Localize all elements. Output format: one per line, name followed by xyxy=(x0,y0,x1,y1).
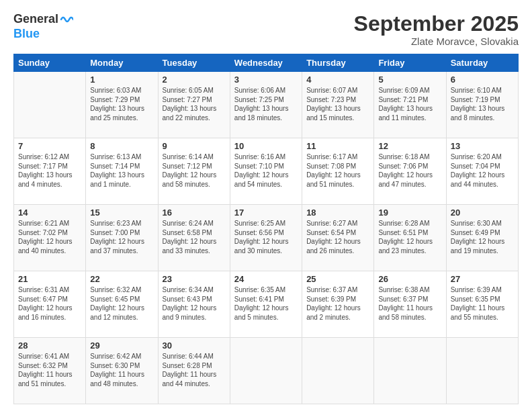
calendar-cell: 7Sunrise: 6:12 AMSunset: 7:17 PMDaylight… xyxy=(14,138,86,205)
day-info: Sunrise: 6:24 AMSunset: 6:58 PMDaylight:… xyxy=(163,219,226,255)
calendar-cell: 22Sunrise: 6:32 AMSunset: 6:45 PMDayligh… xyxy=(86,271,158,338)
calendar-cell: 17Sunrise: 6:25 AMSunset: 6:56 PMDayligh… xyxy=(230,205,302,271)
calendar-cell xyxy=(230,338,302,404)
day-number: 10 xyxy=(234,141,298,151)
day-number: 8 xyxy=(90,141,153,151)
day-number: 15 xyxy=(90,208,153,218)
day-info: Sunrise: 6:23 AMSunset: 7:00 PMDaylight:… xyxy=(90,219,153,255)
day-number: 21 xyxy=(18,274,81,284)
calendar-cell: 14Sunrise: 6:21 AMSunset: 7:02 PMDayligh… xyxy=(14,205,86,271)
calendar-cell: 2Sunrise: 6:05 AMSunset: 7:27 PMDaylight… xyxy=(158,72,230,138)
day-number: 4 xyxy=(306,75,369,85)
calendar-cell: 8Sunrise: 6:13 AMSunset: 7:14 PMDaylight… xyxy=(86,138,158,205)
day-number: 22 xyxy=(90,274,153,284)
day-number: 25 xyxy=(306,274,369,284)
location: Zlate Moravce, Slovakia xyxy=(354,36,519,47)
day-number: 17 xyxy=(234,208,298,218)
day-number: 5 xyxy=(378,75,441,85)
calendar-week-row: 21Sunrise: 6:31 AMSunset: 6:47 PMDayligh… xyxy=(14,271,519,338)
day-info: Sunrise: 6:37 AMSunset: 6:39 PMDaylight:… xyxy=(306,285,369,322)
day-info: Sunrise: 6:13 AMSunset: 7:14 PMDaylight:… xyxy=(90,152,153,189)
calendar-cell: 13Sunrise: 6:20 AMSunset: 7:04 PMDayligh… xyxy=(446,138,518,205)
calendar-cell: 25Sunrise: 6:37 AMSunset: 6:39 PMDayligh… xyxy=(302,271,374,338)
day-info: Sunrise: 6:12 AMSunset: 7:17 PMDaylight:… xyxy=(18,152,81,189)
day-info: Sunrise: 6:39 AMSunset: 6:35 PMDaylight:… xyxy=(451,285,514,322)
day-number: 19 xyxy=(378,208,441,218)
day-info: Sunrise: 6:30 AMSunset: 6:49 PMDaylight:… xyxy=(451,219,514,255)
calendar-cell: 4Sunrise: 6:07 AMSunset: 7:23 PMDaylight… xyxy=(302,72,374,138)
calendar-cell: 1Sunrise: 6:03 AMSunset: 7:29 PMDaylight… xyxy=(86,72,158,138)
day-number: 2 xyxy=(163,75,226,85)
day-info: Sunrise: 6:18 AMSunset: 7:06 PMDaylight:… xyxy=(378,152,441,189)
calendar-cell: 6Sunrise: 6:10 AMSunset: 7:19 PMDaylight… xyxy=(446,72,518,138)
calendar-table: SundayMondayTuesdayWednesdayThursdayFrid… xyxy=(13,54,519,404)
calendar-header-row: SundayMondayTuesdayWednesdayThursdayFrid… xyxy=(14,54,519,72)
day-number: 20 xyxy=(451,208,514,218)
day-info: Sunrise: 6:38 AMSunset: 6:37 PMDaylight:… xyxy=(378,285,441,322)
day-number: 11 xyxy=(306,141,369,151)
day-info: Sunrise: 6:32 AMSunset: 6:45 PMDaylight:… xyxy=(90,285,153,322)
calendar-week-row: 14Sunrise: 6:21 AMSunset: 7:02 PMDayligh… xyxy=(14,205,519,271)
day-number: 28 xyxy=(18,340,81,351)
day-number: 1 xyxy=(90,75,153,85)
day-info: Sunrise: 6:03 AMSunset: 7:29 PMDaylight:… xyxy=(90,86,153,122)
calendar-day-header: Friday xyxy=(374,54,446,72)
header: General Blue September 2025 Zlate Moravc… xyxy=(13,12,519,47)
day-info: Sunrise: 6:41 AMSunset: 6:32 PMDaylight:… xyxy=(18,352,81,388)
day-info: Sunrise: 6:42 AMSunset: 6:30 PMDaylight:… xyxy=(90,352,153,388)
calendar-cell xyxy=(14,72,86,138)
calendar-cell: 27Sunrise: 6:39 AMSunset: 6:35 PMDayligh… xyxy=(446,271,518,338)
day-info: Sunrise: 6:09 AMSunset: 7:21 PMDaylight:… xyxy=(378,86,441,122)
calendar-cell: 30Sunrise: 6:44 AMSunset: 6:28 PMDayligh… xyxy=(158,338,230,404)
calendar-week-row: 1Sunrise: 6:03 AMSunset: 7:29 PMDaylight… xyxy=(14,72,519,138)
calendar-day-header: Monday xyxy=(86,54,158,72)
day-number: 6 xyxy=(451,75,514,85)
calendar-cell: 29Sunrise: 6:42 AMSunset: 6:30 PMDayligh… xyxy=(86,338,158,404)
calendar-cell xyxy=(374,338,446,404)
calendar-cell: 18Sunrise: 6:27 AMSunset: 6:54 PMDayligh… xyxy=(302,205,374,271)
day-info: Sunrise: 6:17 AMSunset: 7:08 PMDaylight:… xyxy=(306,152,369,189)
day-info: Sunrise: 6:31 AMSunset: 6:47 PMDaylight:… xyxy=(18,285,81,322)
day-info: Sunrise: 6:44 AMSunset: 6:28 PMDaylight:… xyxy=(163,352,226,388)
day-info: Sunrise: 6:16 AMSunset: 7:10 PMDaylight:… xyxy=(234,152,298,189)
day-info: Sunrise: 6:05 AMSunset: 7:27 PMDaylight:… xyxy=(163,86,226,122)
calendar-cell: 20Sunrise: 6:30 AMSunset: 6:49 PMDayligh… xyxy=(446,205,518,271)
day-info: Sunrise: 6:21 AMSunset: 7:02 PMDaylight:… xyxy=(18,219,81,255)
day-number: 24 xyxy=(234,274,298,284)
calendar-cell: 9Sunrise: 6:14 AMSunset: 7:12 PMDaylight… xyxy=(158,138,230,205)
calendar-cell: 10Sunrise: 6:16 AMSunset: 7:10 PMDayligh… xyxy=(230,138,302,205)
calendar-cell: 24Sunrise: 6:35 AMSunset: 6:41 PMDayligh… xyxy=(230,271,302,338)
calendar-cell: 12Sunrise: 6:18 AMSunset: 7:06 PMDayligh… xyxy=(374,138,446,205)
calendar-cell: 5Sunrise: 6:09 AMSunset: 7:21 PMDaylight… xyxy=(374,72,446,138)
calendar-day-header: Sunday xyxy=(14,54,86,72)
calendar-cell: 19Sunrise: 6:28 AMSunset: 6:51 PMDayligh… xyxy=(374,205,446,271)
month-title: September 2025 xyxy=(354,12,519,36)
day-number: 27 xyxy=(451,274,514,284)
calendar-week-row: 7Sunrise: 6:12 AMSunset: 7:17 PMDaylight… xyxy=(14,138,519,205)
logo-general: General xyxy=(13,12,58,27)
day-number: 13 xyxy=(451,141,514,151)
day-number: 16 xyxy=(163,208,226,218)
day-number: 14 xyxy=(18,208,81,218)
calendar-cell: 26Sunrise: 6:38 AMSunset: 6:37 PMDayligh… xyxy=(374,271,446,338)
day-info: Sunrise: 6:34 AMSunset: 6:43 PMDaylight:… xyxy=(163,285,226,322)
logo: General Blue xyxy=(13,12,73,41)
calendar-day-header: Saturday xyxy=(446,54,518,72)
day-info: Sunrise: 6:10 AMSunset: 7:19 PMDaylight:… xyxy=(451,86,514,122)
day-info: Sunrise: 6:20 AMSunset: 7:04 PMDaylight:… xyxy=(451,152,514,189)
day-info: Sunrise: 6:35 AMSunset: 6:41 PMDaylight:… xyxy=(234,285,298,322)
day-number: 12 xyxy=(378,141,441,151)
calendar-cell: 28Sunrise: 6:41 AMSunset: 6:32 PMDayligh… xyxy=(14,338,86,404)
day-number: 30 xyxy=(163,340,226,351)
calendar-cell: 11Sunrise: 6:17 AMSunset: 7:08 PMDayligh… xyxy=(302,138,374,205)
day-number: 3 xyxy=(234,75,298,85)
calendar-cell: 21Sunrise: 6:31 AMSunset: 6:47 PMDayligh… xyxy=(14,271,86,338)
calendar-cell xyxy=(302,338,374,404)
calendar-cell: 3Sunrise: 6:06 AMSunset: 7:25 PMDaylight… xyxy=(230,72,302,138)
logo-blue: Blue xyxy=(13,27,40,42)
day-number: 9 xyxy=(163,141,226,151)
day-info: Sunrise: 6:14 AMSunset: 7:12 PMDaylight:… xyxy=(163,152,226,189)
calendar-week-row: 28Sunrise: 6:41 AMSunset: 6:32 PMDayligh… xyxy=(14,338,519,404)
day-info: Sunrise: 6:25 AMSunset: 6:56 PMDaylight:… xyxy=(234,219,298,255)
calendar-cell: 23Sunrise: 6:34 AMSunset: 6:43 PMDayligh… xyxy=(158,271,230,338)
